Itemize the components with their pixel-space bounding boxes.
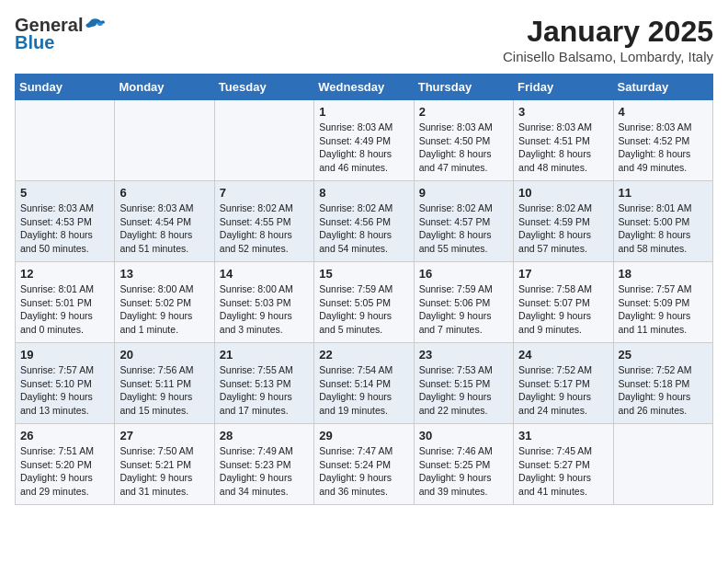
calendar-cell: 7Sunrise: 8:02 AM Sunset: 4:55 PM Daylig… xyxy=(214,181,313,262)
day-number: 8 xyxy=(319,186,408,200)
day-info: Sunrise: 7:46 AM Sunset: 5:25 PM Dayligh… xyxy=(419,444,508,499)
day-info: Sunrise: 8:03 AM Sunset: 4:53 PM Dayligh… xyxy=(20,201,109,256)
day-number: 12 xyxy=(20,267,109,281)
day-number: 3 xyxy=(518,105,608,119)
day-info: Sunrise: 8:03 AM Sunset: 4:54 PM Dayligh… xyxy=(119,201,209,256)
calendar-cell xyxy=(613,424,712,505)
month-title: January 2025 xyxy=(503,15,713,49)
day-info: Sunrise: 7:50 AM Sunset: 5:21 PM Dayligh… xyxy=(119,444,209,499)
calendar-week-row: 26Sunrise: 7:51 AM Sunset: 5:20 PM Dayli… xyxy=(16,424,713,505)
day-number: 16 xyxy=(419,267,508,281)
day-number: 31 xyxy=(518,429,608,442)
day-info: Sunrise: 8:00 AM Sunset: 5:03 PM Dayligh… xyxy=(220,282,309,337)
day-info: Sunrise: 8:03 AM Sunset: 4:51 PM Dayligh… xyxy=(518,121,608,175)
day-number: 9 xyxy=(419,186,508,200)
day-number: 1 xyxy=(319,105,408,119)
day-info: Sunrise: 7:59 AM Sunset: 5:06 PM Dayligh… xyxy=(419,282,508,337)
day-info: Sunrise: 8:02 AM Sunset: 4:57 PM Dayligh… xyxy=(419,201,508,256)
day-number: 24 xyxy=(518,348,608,362)
calendar-cell: 13Sunrise: 8:00 AM Sunset: 5:02 PM Dayli… xyxy=(115,262,214,343)
day-number: 14 xyxy=(220,267,309,281)
calendar-week-row: 5Sunrise: 8:03 AM Sunset: 4:53 PM Daylig… xyxy=(16,181,713,262)
day-info: Sunrise: 8:00 AM Sunset: 5:02 PM Dayligh… xyxy=(119,282,209,337)
calendar-cell: 28Sunrise: 7:49 AM Sunset: 5:23 PM Dayli… xyxy=(214,424,313,505)
calendar-cell: 19Sunrise: 7:57 AM Sunset: 5:10 PM Dayli… xyxy=(16,343,115,424)
day-number: 18 xyxy=(619,267,708,281)
calendar-cell: 17Sunrise: 7:58 AM Sunset: 5:07 PM Dayli… xyxy=(514,262,613,343)
day-info: Sunrise: 7:55 AM Sunset: 5:13 PM Dayligh… xyxy=(220,363,309,418)
calendar-cell: 29Sunrise: 7:47 AM Sunset: 5:24 PM Dayli… xyxy=(314,424,414,505)
calendar-cell: 26Sunrise: 7:51 AM Sunset: 5:20 PM Dayli… xyxy=(16,424,115,505)
day-info: Sunrise: 8:03 AM Sunset: 4:52 PM Dayligh… xyxy=(619,121,708,175)
day-info: Sunrise: 7:56 AM Sunset: 5:11 PM Dayligh… xyxy=(119,363,209,418)
title-block: January 2025 Cinisello Balsamo, Lombardy… xyxy=(503,15,713,64)
calendar-cell xyxy=(214,100,313,181)
calendar-week-row: 12Sunrise: 8:01 AM Sunset: 5:01 PM Dayli… xyxy=(16,262,713,343)
calendar-cell: 20Sunrise: 7:56 AM Sunset: 5:11 PM Dayli… xyxy=(115,343,214,424)
calendar-cell: 24Sunrise: 7:52 AM Sunset: 5:17 PM Dayli… xyxy=(514,343,613,424)
calendar-cell: 21Sunrise: 7:55 AM Sunset: 5:13 PM Dayli… xyxy=(214,343,313,424)
day-number: 15 xyxy=(319,267,408,281)
calendar-week-row: 1Sunrise: 8:03 AM Sunset: 4:49 PM Daylig… xyxy=(16,100,713,181)
calendar-cell: 5Sunrise: 8:03 AM Sunset: 4:53 PM Daylig… xyxy=(16,181,115,262)
day-info: Sunrise: 8:03 AM Sunset: 4:49 PM Dayligh… xyxy=(319,121,408,175)
calendar-body: 1Sunrise: 8:03 AM Sunset: 4:49 PM Daylig… xyxy=(16,100,713,505)
day-info: Sunrise: 8:02 AM Sunset: 4:59 PM Dayligh… xyxy=(518,201,608,256)
day-info: Sunrise: 7:47 AM Sunset: 5:24 PM Dayligh… xyxy=(319,444,408,499)
calendar-cell: 10Sunrise: 8:02 AM Sunset: 4:59 PM Dayli… xyxy=(514,181,613,262)
day-number: 30 xyxy=(419,429,508,442)
day-number: 21 xyxy=(220,348,309,362)
weekday-header-wednesday: Wednesday xyxy=(314,75,414,100)
day-info: Sunrise: 8:01 AM Sunset: 5:00 PM Dayligh… xyxy=(619,201,708,256)
calendar-cell: 22Sunrise: 7:54 AM Sunset: 5:14 PM Dayli… xyxy=(314,343,414,424)
calendar-cell: 15Sunrise: 7:59 AM Sunset: 5:05 PM Dayli… xyxy=(314,262,414,343)
calendar-cell: 18Sunrise: 7:57 AM Sunset: 5:09 PM Dayli… xyxy=(613,262,712,343)
day-info: Sunrise: 7:54 AM Sunset: 5:14 PM Dayligh… xyxy=(319,363,408,418)
calendar-cell: 14Sunrise: 8:00 AM Sunset: 5:03 PM Dayli… xyxy=(214,262,313,343)
day-number: 22 xyxy=(319,348,408,362)
day-number: 29 xyxy=(319,429,408,442)
calendar-cell: 30Sunrise: 7:46 AM Sunset: 5:25 PM Dayli… xyxy=(414,424,513,505)
page-header: General Blue January 2025 Cinisello Bals… xyxy=(15,15,713,64)
day-number: 25 xyxy=(619,348,708,362)
day-number: 13 xyxy=(119,267,209,281)
calendar-cell: 23Sunrise: 7:53 AM Sunset: 5:15 PM Dayli… xyxy=(414,343,513,424)
calendar-cell: 9Sunrise: 8:02 AM Sunset: 4:57 PM Daylig… xyxy=(414,181,513,262)
calendar-cell: 31Sunrise: 7:45 AM Sunset: 5:27 PM Dayli… xyxy=(514,424,613,505)
day-info: Sunrise: 8:01 AM Sunset: 5:01 PM Dayligh… xyxy=(20,282,109,337)
calendar-cell: 2Sunrise: 8:03 AM Sunset: 4:50 PM Daylig… xyxy=(414,100,513,181)
day-number: 5 xyxy=(20,186,109,200)
day-number: 2 xyxy=(419,105,508,119)
day-info: Sunrise: 7:53 AM Sunset: 5:15 PM Dayligh… xyxy=(419,363,508,418)
day-number: 4 xyxy=(619,105,708,119)
day-number: 27 xyxy=(119,429,209,442)
day-info: Sunrise: 7:49 AM Sunset: 5:23 PM Dayligh… xyxy=(220,444,309,499)
day-number: 6 xyxy=(119,186,209,200)
day-number: 20 xyxy=(119,348,209,362)
calendar-cell: 25Sunrise: 7:52 AM Sunset: 5:18 PM Dayli… xyxy=(613,343,712,424)
calendar-cell: 4Sunrise: 8:03 AM Sunset: 4:52 PM Daylig… xyxy=(613,100,712,181)
day-number: 28 xyxy=(220,429,309,442)
day-info: Sunrise: 8:02 AM Sunset: 4:56 PM Dayligh… xyxy=(319,201,408,256)
calendar-cell: 3Sunrise: 8:03 AM Sunset: 4:51 PM Daylig… xyxy=(514,100,613,181)
calendar-cell: 12Sunrise: 8:01 AM Sunset: 5:01 PM Dayli… xyxy=(16,262,115,343)
calendar-cell: 27Sunrise: 7:50 AM Sunset: 5:21 PM Dayli… xyxy=(115,424,214,505)
calendar-cell xyxy=(115,100,214,181)
day-info: Sunrise: 7:59 AM Sunset: 5:05 PM Dayligh… xyxy=(319,282,408,337)
calendar-cell: 16Sunrise: 7:59 AM Sunset: 5:06 PM Dayli… xyxy=(414,262,513,343)
calendar-header-row: SundayMondayTuesdayWednesdayThursdayFrid… xyxy=(16,75,713,100)
calendar-week-row: 19Sunrise: 7:57 AM Sunset: 5:10 PM Dayli… xyxy=(16,343,713,424)
calendar-cell xyxy=(16,100,115,181)
day-number: 23 xyxy=(419,348,508,362)
day-info: Sunrise: 7:51 AM Sunset: 5:20 PM Dayligh… xyxy=(20,444,109,499)
day-number: 11 xyxy=(619,186,708,200)
weekday-header-saturday: Saturday xyxy=(613,75,712,100)
weekday-header-sunday: Sunday xyxy=(16,75,115,100)
calendar-cell: 6Sunrise: 8:03 AM Sunset: 4:54 PM Daylig… xyxy=(115,181,214,262)
day-number: 26 xyxy=(20,429,109,442)
location: Cinisello Balsamo, Lombardy, Italy xyxy=(503,49,713,64)
day-info: Sunrise: 7:57 AM Sunset: 5:10 PM Dayligh… xyxy=(20,363,109,418)
day-number: 19 xyxy=(20,348,109,362)
calendar-cell: 8Sunrise: 8:02 AM Sunset: 4:56 PM Daylig… xyxy=(314,181,414,262)
day-number: 7 xyxy=(220,186,309,200)
